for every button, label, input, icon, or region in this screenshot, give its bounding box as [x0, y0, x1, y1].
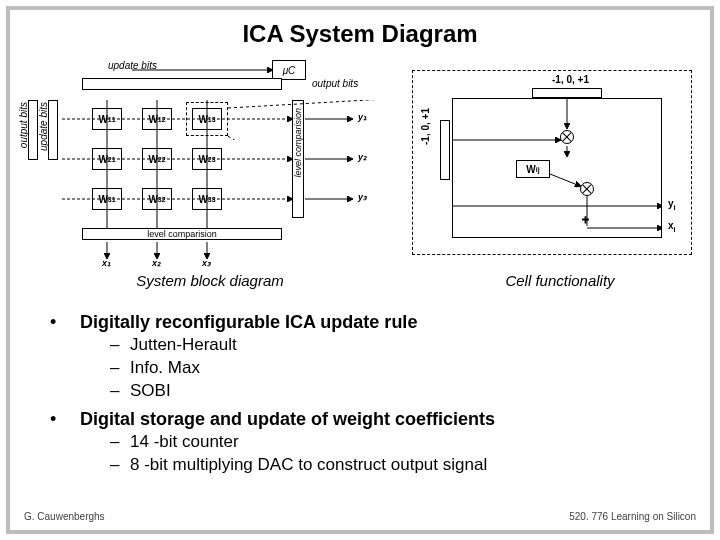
bullet-2-sub-2: –8 -bit multiplying DAC to construct out… — [50, 454, 690, 477]
wij-box: Wij — [516, 160, 550, 178]
footer-right: 520. 776 Learning on Silicon — [569, 511, 696, 522]
bullet-1-sub-2: –Info. Max — [50, 357, 690, 380]
top-connector — [82, 60, 282, 80]
cell-functionality-diagram: -1, 0, +1 -1, 0, +1 — [412, 60, 698, 270]
svg-line-14 — [228, 136, 403, 140]
diagram-area: update bits output bits μC output bits u… — [22, 60, 698, 270]
bullet-1-sub-3: –SOBI — [50, 380, 690, 403]
svg-text:+: + — [582, 213, 589, 227]
label-output-bits: output bits — [312, 78, 358, 89]
system-block-diagram: update bits output bits μC output bits u… — [22, 60, 402, 270]
ternary-left: -1, 0, +1 — [420, 108, 431, 145]
x1-label: x₁ — [102, 258, 111, 268]
page-title: ICA System Diagram — [10, 10, 710, 48]
bullet-1-sub-1: –Jutten-Herault — [50, 334, 690, 357]
y3-label: y₃ — [358, 192, 367, 202]
caption-right: Cell functionality — [410, 272, 710, 289]
highlight-leader — [228, 100, 408, 140]
output-bits-bar — [28, 100, 38, 160]
xi-label: xi — [668, 220, 676, 233]
bullet-2: • Digital storage and update of weight c… — [50, 407, 690, 431]
bullet-2-sub-1: –14 -bit counter — [50, 431, 690, 454]
cell-wires: + — [452, 98, 662, 238]
slide-frame: ICA System Diagram update bits output bi… — [6, 6, 714, 534]
bullet-2-text: Digital storage and update of weight coe… — [80, 407, 495, 431]
label-update-bits-v: update bits — [38, 102, 49, 151]
ternary-bar-left — [440, 120, 450, 180]
bullets: • Digitally reconfigurable ICA update ru… — [50, 310, 690, 477]
x3-label: x₃ — [202, 258, 211, 268]
multiply-icon-2 — [580, 182, 594, 196]
yi-label: yi — [668, 198, 676, 211]
footer-left: G. Cauwenberghs — [24, 511, 105, 522]
bullet-1: • Digitally reconfigurable ICA update ru… — [50, 310, 690, 334]
footer: G. Cauwenberghs 520. 776 Learning on Sil… — [24, 511, 696, 522]
y2-label: y₂ — [358, 152, 367, 162]
captions-row: System block diagram Cell functionality — [10, 272, 710, 289]
bullet-1-text: Digitally reconfigurable ICA update rule — [80, 310, 417, 334]
svg-line-18 — [550, 174, 580, 186]
ternary-bar-top — [532, 88, 602, 98]
multiply-icon-1 — [560, 130, 574, 144]
svg-line-13 — [228, 100, 403, 108]
label-output-bits-v: output bits — [18, 102, 29, 148]
x2-label: x₂ — [152, 258, 161, 268]
update-bits-top-bar — [82, 78, 282, 90]
caption-left: System block diagram — [10, 272, 410, 289]
ternary-top: -1, 0, +1 — [552, 74, 589, 85]
